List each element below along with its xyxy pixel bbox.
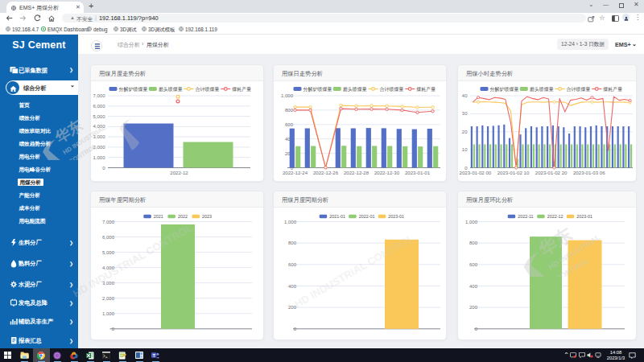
svg-text:800: 800 <box>285 108 294 113</box>
svg-text:1,000: 1,000 <box>93 155 105 160</box>
svg-text:200: 200 <box>288 305 297 310</box>
svg-text:2022-12-26: 2022-12-26 <box>313 170 339 175</box>
svg-text:分解炉喷煤量: 分解炉喷煤量 <box>119 86 148 93</box>
svg-text:2022-11: 2022-11 <box>518 214 533 219</box>
svg-text:合计喷煤量: 合计喷煤量 <box>380 87 404 93</box>
svg-text:10: 10 <box>462 147 468 152</box>
svg-text:磨头喷煤量: 磨头喷煤量 <box>343 86 367 93</box>
svg-text:4,000: 4,000 <box>93 124 105 129</box>
svg-text:6,000: 6,000 <box>102 235 115 240</box>
svg-text:2022: 2022 <box>178 214 188 219</box>
svg-text:2023-01-02 20: 2023-01-02 20 <box>535 170 568 175</box>
svg-text:2023: 2023 <box>202 214 212 219</box>
svg-text:400: 400 <box>288 284 297 289</box>
svg-text:煤耗产量: 煤耗产量 <box>603 86 622 93</box>
svg-text:合计喷煤量: 合计喷煤量 <box>196 87 220 93</box>
svg-text:2022-12-28: 2022-12-28 <box>344 170 369 175</box>
svg-text:2021: 2021 <box>154 214 163 219</box>
svg-text:600: 600 <box>288 262 297 267</box>
svg-text:40: 40 <box>462 93 468 98</box>
svg-text:磨头喷煤量: 磨头喷煤量 <box>530 86 554 93</box>
svg-text:7,000: 7,000 <box>102 220 115 224</box>
svg-text:T: T <box>153 352 155 357</box>
svg-text:600: 600 <box>285 122 294 127</box>
svg-text:磨头喷煤量: 磨头喷煤量 <box>159 86 183 93</box>
svg-text:2023-01: 2023-01 <box>388 214 404 219</box>
svg-text:5,000: 5,000 <box>93 114 105 119</box>
svg-text:5,000: 5,000 <box>102 250 115 255</box>
svg-text:3,000: 3,000 <box>93 134 105 139</box>
svg-text:2022-12: 2022-12 <box>170 170 188 175</box>
svg-text:6,000: 6,000 <box>93 104 105 109</box>
svg-text:2021-01: 2021-01 <box>329 214 345 219</box>
svg-text:2022-12-24: 2022-12-24 <box>283 170 308 175</box>
svg-text:20: 20 <box>462 130 468 134</box>
svg-text:煤耗产量: 煤耗产量 <box>416 86 436 93</box>
svg-text:2023-01-01: 2023-01-01 <box>405 170 431 175</box>
svg-text:分解炉喷煤量: 分解炉喷煤量 <box>303 86 332 93</box>
svg-text:2022-12-30: 2022-12-30 <box>374 170 400 175</box>
svg-text:2023-01-02 00: 2023-01-02 00 <box>460 170 492 175</box>
svg-text:2023-01-03 06: 2023-01-03 06 <box>573 170 605 175</box>
svg-text:7,000: 7,000 <box>93 93 105 98</box>
svg-text:煤耗产量: 煤耗产量 <box>232 86 251 93</box>
svg-text:400: 400 <box>469 284 478 289</box>
svg-text:2,000: 2,000 <box>102 296 115 301</box>
svg-text:600: 600 <box>469 262 478 267</box>
svg-text:分解炉喷煤量: 分解炉喷煤量 <box>490 86 519 93</box>
svg-text:800: 800 <box>469 241 478 245</box>
svg-text:2,000: 2,000 <box>93 145 105 150</box>
svg-text:1,000: 1,000 <box>284 220 297 224</box>
svg-text:4,000: 4,000 <box>102 265 115 270</box>
svg-text:30: 30 <box>462 111 468 116</box>
svg-text:1,000: 1,000 <box>102 311 115 316</box>
svg-text:2023-01-02 10: 2023-01-02 10 <box>497 170 530 175</box>
svg-text:200: 200 <box>469 305 478 310</box>
svg-text:1,000: 1,000 <box>465 220 478 224</box>
svg-text:1,000: 1,000 <box>281 93 294 98</box>
svg-text:800: 800 <box>288 241 297 245</box>
svg-text:2022-01: 2022-01 <box>359 214 375 219</box>
svg-text:2023-01: 2023-01 <box>576 214 592 219</box>
svg-text:合计喷煤量: 合计喷煤量 <box>567 87 591 93</box>
svg-text:3,000: 3,000 <box>102 281 115 286</box>
svg-text:2022-12: 2022-12 <box>547 214 564 219</box>
svg-text:0: 0 <box>102 166 105 171</box>
